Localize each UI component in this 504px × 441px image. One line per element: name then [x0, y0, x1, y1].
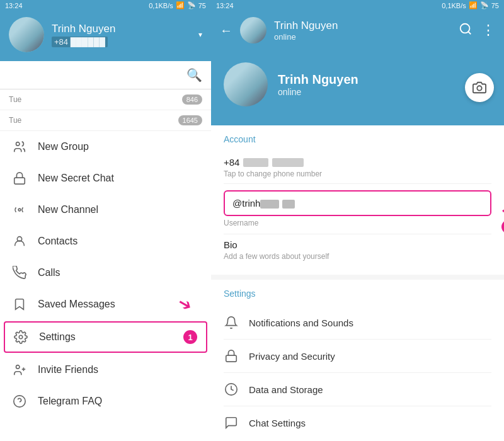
menu-item-saved-messages[interactable]: Saved Messages ➔ — [0, 289, 211, 320]
arrow1-icon: ➔ — [175, 292, 197, 316]
user-info-left: Trinh Nguyen +84 ██████ — [52, 23, 191, 47]
avatar-left — [9, 17, 44, 52]
username-label: Username — [224, 219, 491, 227]
menu-label-invite: Invite Friends — [38, 364, 98, 375]
status-bar-left: 13:24 0,1KB/s 📶 📡 75 — [0, 0, 211, 11]
phone-blurred-2 — [272, 158, 304, 167]
chat-label-1: Tue — [9, 95, 21, 104]
chat-item-2[interactable]: Tue 1645 — [0, 110, 211, 131]
right-header-info: Trinh Nguyen online — [274, 20, 451, 42]
menu-item-invite-friends[interactable]: Invite Friends — [0, 354, 211, 386]
svg-line-10 — [468, 32, 471, 34]
settings-label: Settings — [224, 289, 491, 299]
battery-right: 75 — [491, 2, 499, 9]
right-header: ← Trinh Nguyen online ⋮ — [211, 11, 504, 50]
chat-icon — [224, 415, 239, 430]
menu-item-contacts[interactable]: Contacts — [0, 226, 211, 257]
profile-online: online — [278, 87, 358, 97]
menu-label-faq: Telegram FAQ — [38, 396, 102, 407]
account-label: Account — [224, 134, 491, 144]
settings-item-data[interactable]: Data and Storage — [224, 373, 491, 406]
menu-label-new-group: New Group — [38, 141, 89, 152]
battery-left: 75 — [198, 2, 206, 9]
group-icon — [13, 140, 26, 154]
privacy-icon — [224, 348, 239, 364]
back-button[interactable]: ← — [220, 23, 232, 38]
svg-point-9 — [461, 23, 470, 33]
wifi-icon: 📡 — [187, 1, 196, 9]
bio-label: Bio — [224, 239, 491, 250]
settings-label-chat: Chat Settings — [249, 418, 306, 428]
chat-item-1[interactable]: Tue 846 — [0, 89, 211, 110]
network-left: 0,1KB/s — [149, 2, 173, 9]
status-bar-right: 13:24 0,1KB/s 📶 📡 75 — [211, 0, 504, 11]
time-left: 13:24 — [5, 2, 23, 9]
menu-item-new-group[interactable]: New Group — [0, 131, 211, 163]
more-icon[interactable]: ⋮ — [481, 22, 495, 39]
svg-rect-1 — [14, 178, 25, 184]
menu-item-new-secret-chat[interactable]: New Secret Chat — [0, 163, 211, 194]
status-icons-right: 0,1KB/s 📶 📡 75 — [442, 1, 499, 9]
menu-item-faq[interactable]: Telegram FAQ — [0, 386, 211, 417]
menu-label-saved: Saved Messages — [38, 299, 115, 310]
wifi-icon-right: 📡 — [480, 1, 489, 9]
settings-badge: 1 — [183, 330, 197, 344]
chat-label-2: Tue — [9, 116, 21, 125]
bio-field[interactable]: Bio Add a few words about yourself — [224, 234, 491, 266]
arrow2-icon: ➔ — [496, 195, 504, 220]
username-field[interactable]: @trinh ➔ 2 Username — [224, 184, 491, 234]
chat-badge-1: 846 — [182, 94, 202, 105]
lock-icon — [13, 171, 26, 185]
calls-icon — [13, 266, 26, 280]
user-name-left: Trinh Nguyen — [52, 23, 191, 35]
profile-details: Trinh Nguyen online — [278, 72, 358, 97]
right-panel: 13:24 0,1KB/s 📶 📡 75 ← Trinh Nguyen onli… — [211, 0, 504, 441]
time-right: 13:24 — [216, 2, 234, 9]
svg-point-0 — [16, 142, 20, 146]
settings-label-notifications: Notifications and Sounds — [249, 318, 353, 328]
menu-label-secret-chat: New Secret Chat — [38, 173, 114, 184]
camera-button[interactable] — [465, 73, 494, 102]
username-blurred-2 — [282, 200, 295, 209]
menu-item-new-channel[interactable]: New Channel — [0, 194, 211, 226]
search-icon-left[interactable]: 🔍 — [186, 67, 202, 83]
chat-badge-2: 1645 — [178, 115, 202, 125]
annotation-2: ➔ 2 — [501, 198, 504, 234]
settings-icon — [14, 330, 28, 344]
profile-top: Trinh Nguyen online — [211, 50, 504, 125]
username-value: @trinh — [232, 198, 483, 209]
menu-item-calls[interactable]: Calls — [0, 257, 211, 289]
signal-icon: 📶 — [176, 1, 185, 9]
left-panel: 13:24 0,1KB/s 📶 📡 75 Trinh Nguyen +84 ██… — [0, 0, 211, 441]
settings-item-notifications[interactable]: Notifications and Sounds — [224, 306, 491, 340]
chevron-down-icon[interactable]: ▾ — [198, 30, 202, 39]
phone-value: +84 — [224, 157, 491, 168]
profile-avatar — [224, 62, 268, 106]
menu: New Group New Secret Chat New Channel Co… — [0, 131, 211, 441]
menu-label-calls: Calls — [38, 267, 60, 278]
phone-field[interactable]: +84 Tap to change phone number — [224, 152, 491, 184]
phone-blurred-1 — [243, 158, 268, 167]
search-icon-right[interactable] — [459, 22, 472, 39]
menu-label-contacts: Contacts — [38, 236, 77, 247]
account-section: Account +84 Tap to change phone number @… — [211, 125, 504, 275]
menu-item-settings[interactable]: Settings 1 — [4, 321, 207, 353]
bookmark-icon — [13, 297, 26, 311]
settings-item-privacy[interactable]: Privacy and Security — [224, 340, 491, 373]
status-icons-left: 0,1KB/s 📶 📡 75 — [149, 1, 206, 9]
svg-point-7 — [14, 396, 25, 407]
signal-icon-right: 📶 — [469, 1, 478, 9]
settings-item-chat[interactable]: Chat Settings — [224, 406, 491, 439]
network-right: 0,1KB/s — [442, 2, 466, 9]
username-blurred-1 — [260, 200, 279, 209]
profile-name: Trinh Nguyen — [278, 72, 358, 87]
annotation-badge-2: 2 — [501, 220, 505, 234]
chat-list-header: 🔍 — [0, 61, 211, 89]
chat-items: Tue 846 Tue 1645 — [0, 89, 211, 131]
channel-icon — [13, 203, 26, 217]
right-header-icons: ⋮ — [459, 22, 495, 39]
phone-hint: Tap to change phone number — [224, 169, 491, 178]
notifications-icon — [224, 315, 239, 330]
bio-hint: Add a few words about yourself — [224, 252, 491, 261]
right-header-name: Trinh Nguyen — [274, 20, 451, 32]
